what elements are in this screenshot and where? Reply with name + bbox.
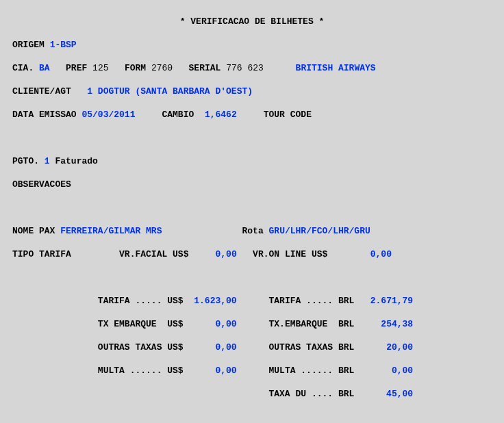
emissao-value: 05/03/2011 bbox=[81, 110, 135, 120]
pgto-label: PGTO. bbox=[12, 156, 39, 166]
obs-label: OBSERVACOES bbox=[12, 179, 71, 190]
tarifa-usd: 1.623,00 bbox=[194, 296, 236, 306]
origem-label: ORIGEM bbox=[12, 40, 45, 50]
emissao-label: DATA EMISSAO bbox=[12, 110, 77, 120]
title: * VERIFICACAO DE BILHETES * bbox=[12, 16, 492, 27]
cliente-value: 1 DOGTUR (SANTA BARBARA D'OEST) bbox=[87, 86, 253, 97]
tarifa-brl: 2.671,79 bbox=[370, 296, 413, 306]
terminal-screen: * VERIFICACAO DE BILHETES * ORIGEM 1-BSP… bbox=[0, 4, 504, 423]
pax-value: FERREIRA/GILMAR MRS bbox=[60, 226, 162, 236]
pgto-code: 1 bbox=[45, 156, 50, 166]
cia-code: BA bbox=[39, 63, 50, 73]
pax-label: NOME PAX bbox=[12, 226, 55, 236]
origem-value: 1-BSP bbox=[50, 40, 77, 50]
rota-value: GRU/LHR/FCO/LHR/GRU bbox=[269, 226, 370, 236]
cambio-value: 1,6462 bbox=[205, 110, 237, 120]
airline: BRITISH AIRWAYS bbox=[296, 63, 376, 73]
cia-label: CIA. bbox=[12, 63, 34, 73]
tipo-tarifa-label: TIPO TARIFA bbox=[12, 249, 71, 259]
cliente-label: CLIENTE/AGT bbox=[12, 86, 71, 97]
